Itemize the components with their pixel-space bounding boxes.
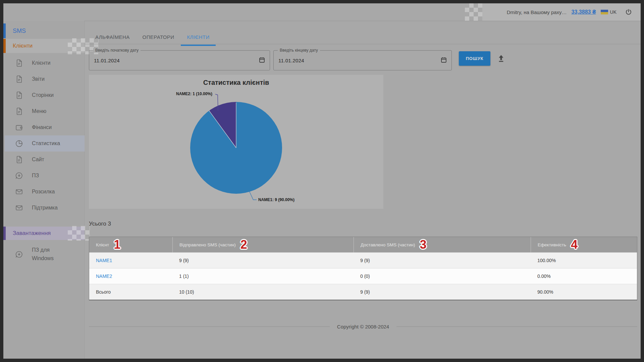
sidebar-item-label: Сайт [32, 157, 44, 163]
sidebar-item-windows-software[interactable]: ПЗ для Windows [3, 246, 85, 263]
sidebar-item-reports[interactable]: Звіти [3, 71, 85, 87]
efficiency-value: 100.00% [531, 253, 637, 268]
app-frame: Dmitry, на Вашому раху… 33,3883 ₴ UK SMS [3, 3, 641, 359]
brand-accent-bar [3, 23, 6, 38]
sidebar-nav: Клієнти Звіти Сторінки Меню Фінанси [3, 55, 85, 216]
document-icon [15, 59, 23, 67]
sidebar-item-statistics[interactable]: Статистика [5, 135, 85, 152]
annotation-1: 1 [114, 239, 120, 251]
clients-statistics-table: Клієнт 1 Відправлено SMS (частин) 2 Дост… [89, 237, 637, 300]
app-window: Dmitry, на Вашому раху… 33,3883 ₴ UK SMS [0, 0, 644, 362]
envelope-icon [15, 187, 23, 196]
topbar-user-area: Dmitry, на Вашому раху… 33,3883 ₴ UK [482, 3, 641, 21]
clients-section-label: Клієнти [13, 43, 33, 49]
column-header-client: Клієнт 1 [89, 237, 172, 252]
sent-value: 1 (1) [172, 268, 354, 284]
clients-statistics-chart-panel: Статистика клієнтів NAME2: 1 (10.00%) NA… [89, 75, 383, 209]
column-label: Відправлено SMS (частин) [179, 242, 236, 247]
total-count-heading: Усього 3 [89, 221, 111, 227]
annotation-2: 2 [240, 239, 247, 251]
downloads-accent-bar [3, 227, 6, 240]
document-icon [15, 107, 23, 116]
annotation-3: 3 [420, 239, 427, 251]
sidebar-item-support[interactable]: Підтримка [3, 200, 85, 216]
upload-icon [496, 54, 506, 63]
end-date-input[interactable] [278, 51, 403, 70]
pixel-decoration [465, 3, 483, 21]
start-date-field[interactable]: Введіть початкову дату [89, 50, 270, 70]
sidebar-item-label: Фінанси [32, 124, 52, 130]
sidebar-item-label: ПЗ для Windows [32, 246, 64, 263]
tab-operators[interactable]: ОПЕРАТОРИ [142, 30, 175, 49]
sidebar-item-label: Меню [32, 108, 46, 114]
copyright-text: Copyright © 2008-2024 [337, 324, 389, 329]
column-label: Доставлено SMS (частин) [361, 242, 415, 247]
wallet-icon [15, 123, 23, 132]
pie-label-name2: NAME2: 1 (10.00%) [176, 92, 212, 96]
content-tabs: АЛЬФАЇМЕНА ОПЕРАТОРИ КЛІЄНТИ [95, 30, 210, 49]
client-link[interactable]: NAME1 [96, 258, 112, 263]
ukraine-flag-icon [601, 10, 608, 14]
document-icon [15, 75, 23, 83]
pie-label-name1: NAME1: 9 (90.00%) [258, 197, 294, 202]
column-label: Клієнт [96, 242, 109, 247]
logout-power-button[interactable] [625, 8, 633, 16]
table-row: NAME1 9 (9) 9 (9) 100.00% [89, 252, 637, 268]
sidebar-item-mailing[interactable]: Розсилка [3, 184, 85, 200]
tabs-divider [85, 44, 641, 44]
power-icon [625, 8, 632, 16]
table-row: NAME2 1 (1) 0 (0) 0.00% [89, 268, 637, 284]
column-header-efficiency: Ефективність 4 [531, 237, 637, 252]
download-bubble-icon [15, 250, 23, 259]
language-code: UK [610, 9, 616, 15]
column-header-delivered: Доставлено SMS (частин) 3 [354, 237, 531, 252]
start-date-input[interactable] [94, 51, 220, 70]
envelope-icon [15, 203, 23, 212]
tab-clients[interactable]: КЛІЄНТИ [186, 30, 210, 49]
sent-total: 10 (10) [172, 284, 354, 300]
sidebar-item-menu[interactable]: Меню [3, 103, 85, 119]
search-button[interactable]: ПОШУК [459, 51, 490, 66]
sidebar-brand-sms[interactable]: SMS [3, 23, 85, 38]
clients-accent-bar [3, 39, 6, 53]
brand-label: SMS [13, 27, 26, 35]
calendar-icon[interactable] [440, 56, 448, 64]
total-label: Всього [89, 284, 172, 300]
sidebar-section-downloads[interactable]: Завантаження [3, 227, 85, 240]
sidebar-item-site[interactable]: Сайт [3, 152, 85, 168]
document-icon [15, 91, 23, 100]
sidebar-item-finance[interactable]: Фінанси [3, 119, 85, 135]
end-date-field[interactable]: Введіть кінцеву дату [273, 50, 452, 70]
sidebar-item-label: ПЗ [32, 173, 39, 179]
pie-chart-icon [15, 139, 23, 148]
sidebar: SMS Клієнти Клієнти Звіти Сторінки [3, 21, 85, 359]
sidebar-item-label: Клієнти [32, 60, 50, 66]
calendar-icon[interactable] [258, 56, 266, 64]
sent-value: 9 (9) [172, 253, 354, 268]
export-upload-button[interactable] [496, 54, 506, 63]
sidebar-item-label: Звіти [32, 76, 45, 82]
user-balance-label: Dmitry, на Вашому раху… [507, 9, 567, 15]
language-selector[interactable]: UK [601, 9, 616, 15]
efficiency-value: 0.00% [531, 268, 637, 284]
sidebar-item-pages[interactable]: Сторінки [3, 87, 85, 103]
table-header-row: Клієнт 1 Відправлено SMS (частин) 2 Дост… [89, 237, 637, 252]
sidebar-item-label: Сторінки [32, 92, 54, 98]
client-link[interactable]: NAME2 [96, 274, 112, 279]
topbar-divider [3, 21, 641, 21]
efficiency-total: 90.00% [531, 284, 637, 300]
sidebar-item-software[interactable]: ПЗ [3, 168, 85, 184]
delivered-total: 9 (9) [354, 284, 531, 300]
sidebar-item-label: Підтримка [32, 205, 58, 211]
clients-pie-chart [190, 102, 282, 194]
sidebar-item-label: Розсилка [32, 189, 55, 195]
balance-link[interactable]: 33,3883 ₴ [572, 9, 596, 15]
download-bubble-icon [15, 171, 23, 180]
document-icon [15, 155, 23, 164]
delivered-value: 9 (9) [354, 253, 531, 268]
footer: Copyright © 2008-2024 [89, 324, 637, 329]
table-total-row: Всього 10 (10) 9 (9) 90.00% [89, 284, 637, 300]
sidebar-item-clients[interactable]: Клієнти [3, 55, 85, 71]
sidebar-section-clients[interactable]: Клієнти [3, 39, 85, 53]
tab-alphanames[interactable]: АЛЬФАЇМЕНА [95, 30, 130, 49]
